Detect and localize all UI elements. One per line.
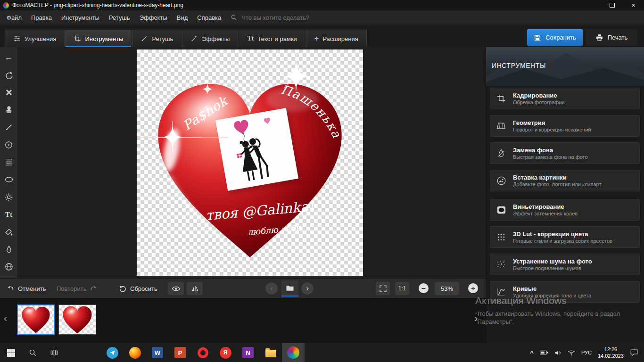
heart-image: Пашенька Pa$hok твоя @Galinka! люблю теб…: [137, 49, 363, 276]
filmstrip: ‹ ›: [0, 298, 486, 344]
bottom-controls: Отменить Повторить Сбросить ‹ › 1:1 − 53…: [0, 278, 486, 298]
next-photo-button[interactable]: ›: [301, 282, 314, 295]
droplet-icon: [5, 245, 13, 254]
tool-card-3dlut[interactable]: 3D Lut - коррекция цветаГотовые стили и …: [490, 226, 640, 248]
patch-button[interactable]: [3, 86, 15, 99]
filmstrip-prev-icon[interactable]: ‹: [4, 313, 7, 325]
brush-button[interactable]: [3, 121, 15, 133]
tool-card-vignette[interactable]: ВиньетированиеЭффект затемнения краёв: [490, 199, 640, 221]
save-button[interactable]: Сохранить: [527, 29, 583, 46]
curves-icon: [495, 287, 507, 296]
menu-tools[interactable]: Инструменты: [57, 14, 104, 21]
tools-panel-header: ИНСТРУМЕНТЫ: [486, 47, 644, 86]
start-button[interactable]: [0, 343, 22, 362]
menu-retouch[interactable]: Ретушь: [104, 14, 135, 21]
tool-card-curves[interactable]: КривыеУдобная коррекция тона и цвета: [490, 281, 640, 303]
tool-card-geometry[interactable]: ГеометрияПоворот и коррекция искажений: [490, 115, 640, 137]
firefox-app-button[interactable]: [124, 343, 146, 362]
powerpoint-app-button[interactable]: P: [169, 343, 191, 362]
reset-button[interactable]: Сбросить: [119, 281, 157, 296]
telegram-app-button[interactable]: [101, 343, 124, 362]
onenote-app-button[interactable]: N: [237, 343, 259, 362]
printer-icon: [595, 33, 603, 41]
tool-card-noise[interactable]: Устранение шума на фотоБыстрое подавлени…: [490, 254, 640, 275]
task-view-button[interactable]: [43, 343, 65, 362]
redo-button[interactable]: Повторить: [57, 281, 98, 296]
radial-filter-button[interactable]: [3, 139, 15, 151]
menu-view[interactable]: Вид: [172, 14, 193, 21]
taskbar: W P Я N ^ РУС 12:26 14.02.2023: [0, 343, 644, 362]
web-globe-button[interactable]: [3, 261, 15, 273]
close-button[interactable]: ×: [623, 0, 644, 10]
text-icon: Tt: [5, 211, 12, 219]
taskbar-search-button[interactable]: [22, 343, 43, 362]
stamp-button[interactable]: [3, 104, 15, 116]
menu-help[interactable]: Справка: [192, 14, 226, 21]
thumbnail-2[interactable]: [58, 304, 96, 335]
reset-icon: [119, 285, 127, 293]
graduated-filter-button[interactable]: [3, 156, 15, 168]
taskbar-clock[interactable]: 12:26 14.02.2023: [598, 346, 624, 359]
photomaster-icon: [287, 346, 299, 359]
tools-panel-title: ИНСТРУМЕНТЫ: [492, 62, 546, 69]
clock-time: 12:26: [598, 346, 624, 353]
folder-icon: [285, 283, 295, 293]
photo-canvas[interactable]: Пашенька Pa$hok твоя @Galinka! люблю теб…: [137, 49, 363, 276]
close-icon: ×: [631, 1, 635, 9]
menubar: Файл Правка Инструменты Ретушь Эффекты В…: [0, 10, 644, 25]
filmstrip-next-icon[interactable]: ›: [474, 313, 478, 325]
text-tool-button[interactable]: Tt: [3, 208, 15, 221]
fill-button[interactable]: [3, 226, 15, 238]
tool-card-background-replace[interactable]: Замена фонаБыстрая замена фона на фото: [490, 142, 640, 164]
menu-search[interactable]: [231, 14, 346, 22]
vignette-tool-button[interactable]: [3, 173, 15, 186]
battery-icon[interactable]: [540, 349, 548, 356]
prev-photo-button[interactable]: ‹: [265, 282, 278, 295]
wifi-icon[interactable]: [568, 350, 575, 356]
tab-text-frames[interactable]: Tt Текст и рамки: [239, 30, 305, 47]
explorer-folder-icon: [265, 350, 276, 357]
undo-icon: [7, 285, 15, 293]
opera-app-button[interactable]: [191, 343, 214, 362]
menu-edit[interactable]: Правка: [26, 14, 57, 21]
noise-icon: [495, 260, 507, 269]
tab-improvements[interactable]: Улучшения: [5, 30, 65, 47]
back-button[interactable]: ←: [3, 51, 15, 64]
menu-file[interactable]: Файл: [2, 14, 26, 21]
speaker-icon[interactable]: [554, 349, 561, 356]
telegram-icon: [107, 347, 118, 359]
preview-original-button[interactable]: [168, 282, 184, 295]
blur-tool-button[interactable]: [3, 243, 15, 255]
yandex-app-button[interactable]: Я: [214, 343, 237, 362]
undo-button[interactable]: Отменить: [7, 281, 46, 296]
compare-before-after-button[interactable]: [187, 282, 203, 295]
minimize-button[interactable]: [580, 0, 602, 10]
maximize-button[interactable]: [602, 0, 623, 10]
tab-extensions[interactable]: + Расширения: [306, 30, 367, 47]
photomaster-app-button[interactable]: [282, 343, 305, 362]
open-folder-button[interactable]: [281, 280, 298, 296]
language-indicator[interactable]: РУС: [581, 350, 592, 355]
tool-card-insert-image[interactable]: Вставка картинкиДобавьте фото, логотип и…: [490, 170, 640, 191]
titlebar[interactable]: ФотоМАСТЕР - png-clipart-shining-hearts-…: [0, 0, 644, 10]
canvas-area: Пашенька Pa$hok твоя @Galinka! люблю теб…: [18, 47, 486, 278]
file-explorer-button[interactable]: [259, 343, 282, 362]
action-center-icon[interactable]: [630, 348, 638, 357]
menu-effects[interactable]: Эффекты: [135, 14, 172, 21]
print-button[interactable]: Печать: [586, 29, 637, 46]
hidden-icons-chevron[interactable]: ^: [530, 349, 534, 356]
tab-tools[interactable]: Инструменты: [65, 30, 132, 47]
rotate-button[interactable]: [3, 69, 15, 81]
tab-effects[interactable]: Эффекты: [182, 30, 238, 47]
thumbnail-current[interactable]: [17, 304, 55, 335]
zoom-out-button[interactable]: −: [419, 283, 429, 293]
search-input[interactable]: [240, 14, 346, 22]
word-app-button[interactable]: W: [146, 343, 169, 362]
zoom-in-button[interactable]: +: [468, 283, 478, 293]
thumbnail-heart-image: [18, 305, 54, 334]
actual-size-button[interactable]: 1:1: [395, 282, 409, 295]
fit-screen-button[interactable]: [376, 282, 390, 295]
tool-card-crop[interactable]: КадрированиеОбрезка фотографии: [490, 88, 640, 109]
correction-button[interactable]: [3, 191, 15, 203]
tab-retouch[interactable]: Ретушь: [132, 30, 182, 47]
